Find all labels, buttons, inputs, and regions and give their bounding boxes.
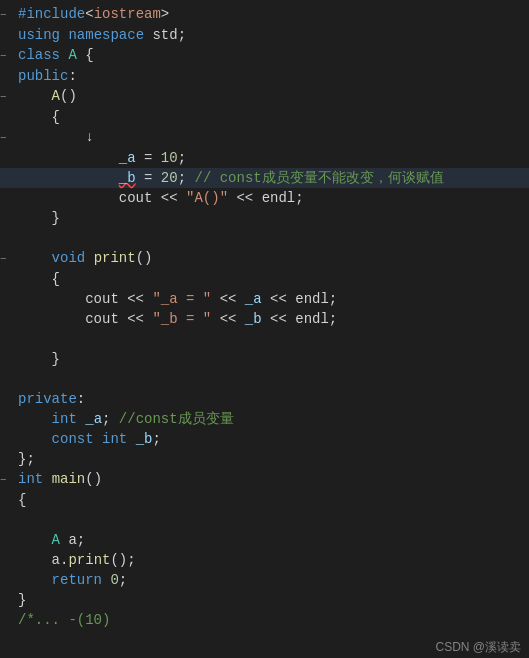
line-content: } [14,590,529,610]
line-content: using namespace std; [14,25,529,45]
token [18,250,52,266]
line-content: } [14,349,529,369]
token: const [52,431,94,447]
line-content [14,329,529,349]
bottom-bar: CSDN @溪读卖 [427,637,529,658]
line-content: cout << "_a = " << _a << endl; [14,289,529,309]
token: using [18,27,60,43]
token: A [68,47,76,63]
line-content: int main() [14,469,529,489]
code-editor: −#include<iostream>using namespace std;−… [0,0,529,658]
fold-icon[interactable]: − [0,50,7,62]
table-row: − A() [0,86,529,107]
token: //const成员变量 [119,411,234,427]
fold-icon[interactable]: − [0,91,7,103]
token: << [211,291,245,307]
token: ; [119,572,127,588]
token: << endl; [262,291,338,307]
token: _a [245,291,262,307]
token: } [18,592,26,608]
token: A [52,88,60,104]
fold-icon[interactable]: − [0,132,7,144]
token: void [52,250,86,266]
token: << endl; [262,311,338,327]
table-row [0,228,529,248]
table-row [0,329,529,349]
line-gutter: − [0,469,14,490]
watermark: CSDN @溪读卖 [435,640,521,654]
table-row: }; [0,449,529,469]
table-row: } [0,590,529,610]
line-content: void print() [14,248,529,268]
token [18,431,52,447]
line-content: }; [14,449,529,469]
token: namespace [68,27,144,43]
table-row: cout << "A()" << endl; [0,188,529,208]
line-content: a.print(); [14,550,529,570]
token: class [18,47,60,63]
line-content: private: [14,389,529,409]
table-row: return 0; [0,570,529,590]
token: int [102,431,127,447]
token [85,250,93,266]
token: public [18,68,68,84]
fold-icon[interactable]: − [0,474,7,486]
table-row: −int main() [0,469,529,490]
table-row [0,510,529,530]
token: 10 [161,150,178,166]
table-row: A a; [0,530,529,550]
token: () [85,471,102,487]
token: int [18,471,43,487]
token: private [18,391,77,407]
token [18,411,52,427]
table-row: − ↓ [0,127,529,148]
token [18,170,119,186]
table-row: _b = 20; // const成员变量不能改变，何谈赋值 [0,168,529,188]
fold-icon[interactable]: − [0,253,7,265]
table-row: const int _b; [0,429,529,449]
token: // const成员变量不能改变，何谈赋值 [194,170,443,186]
token [18,532,52,548]
token [127,431,135,447]
token: #include [18,6,85,22]
token: A [52,532,60,548]
table-row: cout << "_a = " << _a << endl; [0,289,529,309]
table-row: private: [0,389,529,409]
table-row: } [0,349,529,369]
token: std; [144,27,186,43]
token: return [52,572,102,588]
token [18,150,119,166]
table-row: a.print(); [0,550,529,570]
token: < [85,6,93,22]
token [18,129,85,145]
table-row: public: [0,66,529,86]
table-row: { [0,269,529,289]
line-content: public: [14,66,529,86]
line-content: ↓ [14,127,529,147]
line-content: return 0; [14,570,529,590]
token [18,572,52,588]
token: "A()" [186,190,228,206]
line-content [14,369,529,389]
line-content: int _a; //const成员变量 [14,409,529,429]
table-row: } [0,208,529,228]
line-content: } [14,208,529,228]
line-content: /*... -(10) [14,610,529,630]
line-content [14,228,529,248]
token: _a [119,150,136,166]
token: } [18,351,60,367]
line-content: A() [14,86,529,106]
table-row: using namespace std; [0,25,529,45]
line-content: { [14,269,529,289]
token [94,431,102,447]
token: cout << [18,291,152,307]
table-row: { [0,107,529,127]
code-lines: −#include<iostream>using namespace std;−… [0,0,529,634]
table-row: int _a; //const成员变量 [0,409,529,429]
token: ; [102,411,119,427]
token: (); [110,552,135,568]
token: "_b = " [152,311,211,327]
token: cout << [18,311,152,327]
fold-icon[interactable]: − [0,9,7,21]
line-gutter: − [0,4,14,25]
